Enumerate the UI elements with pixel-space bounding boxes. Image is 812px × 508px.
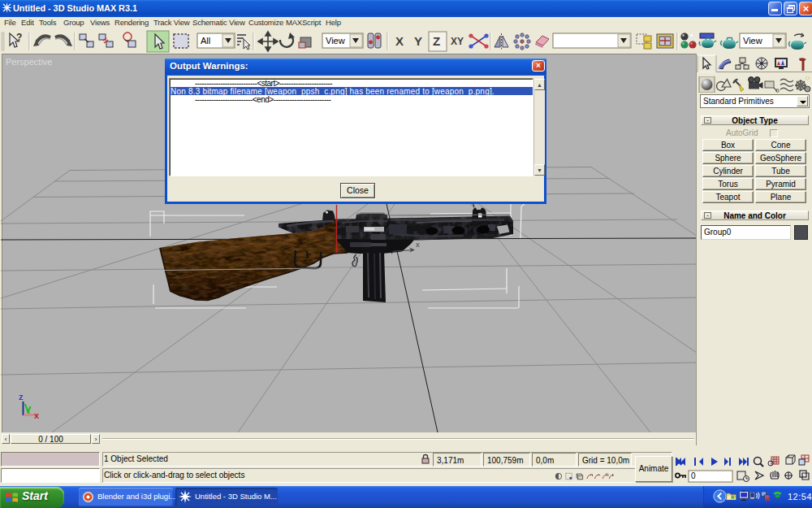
svg-text:View: View <box>743 36 762 46</box>
svg-text:X: X <box>395 34 404 48</box>
svg-text:x: x <box>34 410 40 420</box>
svg-text:z: z <box>19 392 24 402</box>
svg-text:?: ? <box>16 32 22 43</box>
svg-text:%: % <box>606 473 609 477</box>
svg-text:All: All <box>201 36 210 46</box>
svg-text:XY: XY <box>451 36 464 47</box>
svg-text:View: View <box>326 36 345 46</box>
svg-text:0: 0 <box>691 471 696 480</box>
svg-text:Perspective: Perspective <box>6 57 52 67</box>
svg-text:x: x <box>416 240 420 249</box>
svg-text:Z: Z <box>433 34 440 48</box>
svg-text:y: y <box>334 228 338 236</box>
svg-text:Y: Y <box>414 34 422 48</box>
